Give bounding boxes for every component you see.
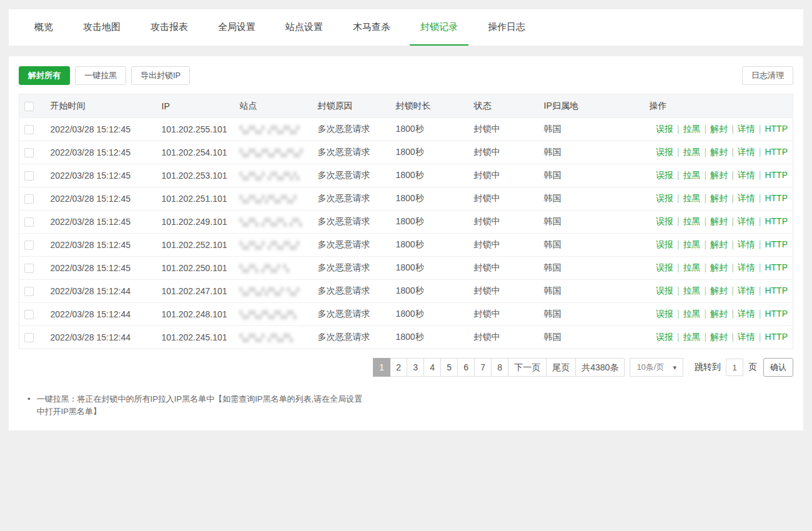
page-button-6[interactable]: 6 bbox=[457, 358, 475, 377]
tab-操作日志[interactable]: 操作日志 bbox=[477, 9, 536, 46]
last-page-button[interactable]: 尾页 bbox=[546, 358, 576, 377]
details-link[interactable]: 详情 bbox=[738, 262, 755, 272]
http-link[interactable]: HTTP bbox=[765, 170, 788, 180]
unblock-link[interactable]: 解封 bbox=[710, 309, 728, 319]
row-checkbox[interactable] bbox=[24, 171, 34, 181]
false-positive-link[interactable]: 误报 bbox=[656, 239, 673, 249]
unblock-link[interactable]: 解封 bbox=[710, 170, 728, 180]
http-link[interactable]: HTTP bbox=[765, 285, 788, 295]
tab-概览[interactable]: 概览 bbox=[24, 9, 64, 46]
details-link[interactable]: 详情 bbox=[738, 193, 755, 203]
row-checkbox[interactable] bbox=[24, 217, 34, 227]
http-link[interactable]: HTTP bbox=[765, 193, 788, 203]
page-button-3[interactable]: 3 bbox=[407, 358, 424, 377]
cell-block-duration: 1800秒 bbox=[391, 234, 469, 257]
unblock-link[interactable]: 解封 bbox=[710, 216, 728, 226]
row-checkbox[interactable] bbox=[24, 148, 34, 157]
details-link[interactable]: 详情 bbox=[738, 147, 755, 157]
unblock-link[interactable]: 解封 bbox=[710, 239, 728, 249]
op-separator: | bbox=[677, 332, 680, 342]
tab-站点设置[interactable]: 站点设置 bbox=[275, 9, 334, 46]
http-link[interactable]: HTTP bbox=[765, 147, 788, 157]
blacklist-link[interactable]: 拉黑 bbox=[683, 262, 701, 272]
cell-ip: 101.202.255.101 bbox=[157, 118, 235, 141]
blacklist-link[interactable]: 拉黑 bbox=[683, 170, 701, 180]
unblock-link[interactable]: 解封 bbox=[710, 332, 728, 342]
details-link[interactable]: 详情 bbox=[738, 285, 755, 295]
details-link[interactable]: 详情 bbox=[738, 170, 755, 180]
page-button-8[interactable]: 8 bbox=[491, 358, 508, 377]
page-button-2[interactable]: 2 bbox=[390, 358, 407, 377]
blacklist-link[interactable]: 拉黑 bbox=[683, 239, 701, 249]
row-checkbox[interactable] bbox=[24, 194, 34, 204]
http-link[interactable]: HTTP bbox=[765, 124, 788, 134]
tab-攻击报表[interactable]: 攻击报表 bbox=[140, 9, 199, 46]
unblock-link[interactable]: 解封 bbox=[710, 124, 728, 134]
cell-start-time: 2022/03/28 15:12:45 bbox=[46, 118, 157, 141]
op-separator: | bbox=[677, 239, 680, 249]
row-checkbox[interactable] bbox=[24, 310, 34, 319]
unblock-link[interactable]: 解封 bbox=[710, 262, 728, 272]
redacted-site-name: ▚▞▚ ▞▚▞▚ ▞▚ bbox=[240, 218, 303, 227]
table-row: 2022/03/28 15:12:45 101.202.252.101 ▚▞▚▞… bbox=[19, 234, 793, 257]
false-positive-link[interactable]: 误报 bbox=[656, 285, 673, 295]
select-all-checkbox[interactable] bbox=[24, 102, 34, 111]
jump-page-input[interactable] bbox=[726, 359, 743, 376]
tab-全局设置[interactable]: 全局设置 bbox=[207, 9, 266, 46]
http-link[interactable]: HTTP bbox=[765, 332, 788, 342]
false-positive-link[interactable]: 误报 bbox=[656, 332, 673, 342]
cell-start-time: 2022/03/28 15:12:44 bbox=[46, 280, 157, 303]
row-checkbox[interactable] bbox=[24, 125, 34, 134]
op-separator: | bbox=[759, 332, 761, 342]
details-link[interactable]: 详情 bbox=[738, 332, 755, 342]
cell-ip-location: 韩国 bbox=[539, 280, 645, 303]
http-link[interactable]: HTTP bbox=[765, 239, 788, 249]
row-checkbox[interactable] bbox=[24, 287, 34, 296]
blacklist-link[interactable]: 拉黑 bbox=[683, 285, 701, 295]
blacklist-link[interactable]: 拉黑 bbox=[683, 147, 701, 157]
blacklist-link[interactable]: 拉黑 bbox=[683, 332, 701, 342]
blacklist-link[interactable]: 拉黑 bbox=[683, 124, 701, 134]
false-positive-link[interactable]: 误报 bbox=[656, 124, 673, 134]
false-positive-link[interactable]: 误报 bbox=[656, 309, 673, 319]
false-positive-link[interactable]: 误报 bbox=[656, 262, 673, 272]
blacklist-link[interactable]: 拉黑 bbox=[683, 216, 701, 226]
blacklist-link[interactable]: 拉黑 bbox=[683, 309, 701, 319]
tab-封锁记录[interactable]: 封锁记录 bbox=[410, 9, 468, 46]
false-positive-link[interactable]: 误报 bbox=[656, 170, 673, 180]
blacklist-link[interactable]: 拉黑 bbox=[683, 193, 701, 203]
page-button-4[interactable]: 4 bbox=[423, 358, 441, 377]
blacklist-all-button[interactable]: 一键拉黑 bbox=[75, 66, 126, 85]
false-positive-link[interactable]: 误报 bbox=[656, 216, 673, 226]
page-button-5[interactable]: 5 bbox=[440, 358, 458, 377]
row-checkbox[interactable] bbox=[24, 264, 34, 273]
page-size-select[interactable]: 10条/页 ▾ bbox=[630, 358, 683, 377]
details-link[interactable]: 详情 bbox=[738, 124, 755, 134]
confirm-button[interactable]: 确认 bbox=[763, 358, 793, 377]
page-button-1[interactable]: 1 bbox=[373, 358, 390, 377]
page-button-7[interactable]: 7 bbox=[474, 358, 492, 377]
log-clean-button[interactable]: 日志清理 bbox=[742, 66, 793, 85]
tab-木马查杀[interactable]: 木马查杀 bbox=[342, 9, 401, 46]
export-blocked-ip-button[interactable]: 导出封锁IP bbox=[131, 66, 190, 85]
http-link[interactable]: HTTP bbox=[765, 262, 788, 272]
http-link[interactable]: HTTP bbox=[765, 216, 788, 226]
redacted-site-name: ▚▞▚▞▚▞▚▞▚▞ bbox=[240, 149, 304, 157]
unblock-link[interactable]: 解封 bbox=[710, 285, 728, 295]
false-positive-link[interactable]: 误报 bbox=[656, 193, 673, 203]
details-link[interactable]: 详情 bbox=[738, 216, 755, 226]
row-checkbox[interactable] bbox=[24, 241, 34, 250]
note-text: 一键拉黑：将正在封锁中的所有IP拉入IP黑名单中【如需查询IP黑名单的列表,请在… bbox=[37, 393, 364, 418]
false-positive-link[interactable]: 误报 bbox=[656, 147, 673, 157]
cell-operations: 误报|拉黑|解封|详情|HTTP bbox=[645, 326, 793, 349]
unblock-all-button[interactable]: 解封所有 bbox=[19, 66, 70, 85]
details-link[interactable]: 详情 bbox=[738, 309, 755, 319]
unblock-link[interactable]: 解封 bbox=[710, 193, 728, 203]
tab-攻击地图[interactable]: 攻击地图 bbox=[72, 9, 131, 46]
cell-start-time: 2022/03/28 15:12:45 bbox=[46, 234, 157, 257]
http-link[interactable]: HTTP bbox=[765, 309, 788, 319]
details-link[interactable]: 详情 bbox=[738, 239, 755, 249]
next-page-button[interactable]: 下一页 bbox=[508, 358, 547, 377]
unblock-link[interactable]: 解封 bbox=[710, 147, 728, 157]
row-checkbox[interactable] bbox=[24, 333, 34, 342]
